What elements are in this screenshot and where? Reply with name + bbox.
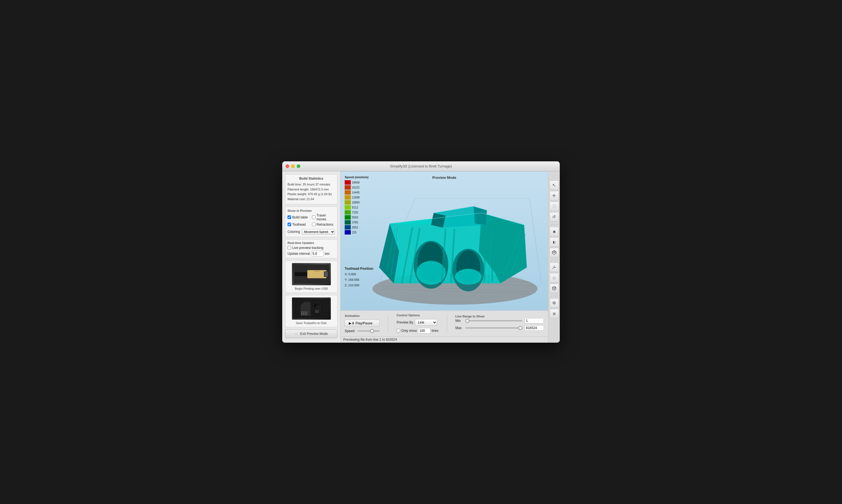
min-label: Min (456, 319, 463, 323)
svg-rect-18 (315, 310, 316, 313)
live-preview-checkbox[interactable] (288, 246, 291, 250)
view-front-button[interactable]: ◧ (549, 237, 559, 247)
show-in-preview-label: Show in Preview (288, 209, 335, 212)
travel-moves-checkbox[interactable] (312, 215, 315, 219)
legend-2002: 2002 (345, 225, 368, 230)
legend-5558: 5558 (345, 215, 368, 220)
maximize-button[interactable] (297, 164, 300, 168)
stat-material-cost: Material cost: 21.64 (288, 197, 335, 202)
build-statistics-title: Build Statistics (288, 177, 335, 180)
build-table-checkbox[interactable] (288, 215, 291, 219)
view-top-icon: ▣ (553, 230, 555, 233)
usb-label: Begin Printing over USB (295, 287, 328, 290)
svg-line-60 (552, 252, 554, 253)
controls-divider-2 (447, 315, 447, 332)
legend-color-14445 (345, 190, 351, 195)
scale-icon: ⬜ (552, 204, 556, 208)
legend-label-10890: 10890 (352, 201, 362, 204)
legend-color-16222 (345, 185, 351, 190)
legend-color-3780 (345, 220, 351, 224)
toolhead-y: Y: 159.586 (345, 277, 373, 283)
legend-color-9112 (345, 205, 351, 210)
legend-16222: 16222 (345, 185, 368, 190)
min-value-input[interactable] (525, 318, 544, 324)
live-preview-row[interactable]: Live preview tracking (288, 246, 335, 250)
legend-10890: 10890 (345, 200, 368, 205)
only-show-row: Only show lines (397, 328, 439, 334)
left-panel: Build Statistics Build time: 25 hours 37… (282, 171, 341, 343)
travel-moves-checkbox-row[interactable]: Travel moves (312, 214, 335, 221)
right-toolbar: ···· ↖ ✛ ⬜ ↺ ▣ ◧ (548, 171, 560, 343)
retractions-checkbox-row[interactable]: Retractions (312, 222, 335, 227)
svg-rect-12 (303, 311, 304, 315)
only-show-input[interactable] (418, 328, 430, 334)
legend-color-5558 (345, 215, 351, 219)
axes-button[interactable] (549, 263, 559, 272)
view-3d-button[interactable]: ⬡ (549, 273, 559, 283)
select-tool-button[interactable]: ↖ (549, 180, 559, 190)
play-pause-label: ▶⏸ Play/Pause (349, 321, 373, 325)
titlebar: Simplify3D (Licensed to Brett Turnage) (282, 161, 560, 171)
toolhead-checkbox[interactable] (288, 222, 291, 226)
update-interval-unit: sec (325, 252, 330, 256)
close-button[interactable] (286, 164, 289, 168)
scale-tool-button[interactable]: ⬜ (549, 201, 559, 211)
usb-image (292, 263, 331, 285)
center-area: Speed (mm/min) 18000 16222 14445 (341, 171, 548, 343)
usb-action-card[interactable]: Begin Printing over USB (285, 260, 338, 293)
cube-button[interactable] (549, 284, 559, 293)
toolhead-checkbox-row[interactable]: Toolhead (288, 222, 311, 227)
only-show-suffix: lines (432, 329, 439, 333)
rotate-tool-button[interactable]: ↺ (549, 212, 559, 221)
legend-12668: 12668 (345, 195, 368, 200)
svg-rect-6 (314, 271, 320, 272)
build-table-checkbox-row[interactable]: Build table (288, 214, 311, 221)
legend-color-12668 (345, 195, 351, 200)
toolbar-grip-bottom: ···· (552, 319, 555, 326)
max-slider[interactable] (465, 327, 522, 328)
svg-rect-20 (318, 310, 319, 313)
svg-rect-7 (293, 299, 329, 318)
coloring-select[interactable]: Movement Speed Feature Type Temperature … (302, 229, 335, 235)
travel-moves-label: Travel moves (317, 214, 335, 221)
animation-title: Animation (345, 314, 380, 318)
sd-action-card[interactable]: Save Toolpaths to Disk (285, 295, 338, 327)
legend-7335: 7335 (345, 210, 368, 215)
axes-icon (552, 265, 557, 270)
svg-rect-14 (306, 311, 307, 315)
layers-button[interactable]: ▤ (549, 309, 559, 318)
svg-rect-5 (324, 272, 328, 276)
retractions-checkbox[interactable] (312, 222, 315, 226)
minimize-button[interactable] (291, 164, 295, 168)
max-value-input[interactable] (525, 325, 544, 331)
stat-filament-length: Filament length: 156472.3 mm (288, 187, 335, 192)
view-isometric-button[interactable] (549, 248, 559, 257)
speed-slider-row: Speed: (345, 329, 380, 333)
sd-svg (293, 299, 329, 318)
sd-label: Save Toolpaths to Disk (296, 321, 327, 325)
min-slider[interactable] (465, 320, 522, 321)
exit-preview-button[interactable]: ← Exit Preview Mode (285, 329, 338, 338)
cursor-icon: ↖ (552, 183, 556, 188)
play-pause-button[interactable]: ▶⏸ Play/Pause (345, 320, 380, 327)
toolbar-divider-3 (550, 296, 558, 296)
only-show-checkbox[interactable] (397, 329, 400, 332)
rotate-icon: ↺ (552, 214, 556, 219)
viewport[interactable]: Speed (mm/min) 18000 16222 14445 (341, 171, 548, 310)
line-range-group: Line Range to Show Min Max (456, 314, 544, 332)
view-top-button[interactable]: ▣ (549, 227, 559, 236)
bottom-controls: Animation ▶⏸ Play/Pause Speed: Control O… (341, 310, 548, 336)
gear-icon: ⚙ (552, 301, 556, 306)
legend-color-18000 (345, 180, 351, 185)
svg-line-61 (554, 252, 556, 253)
toolhead-x: X: 0.000 (345, 272, 373, 277)
update-interval-row: Update interval sec (288, 251, 335, 256)
speed-slider[interactable] (358, 330, 380, 331)
move-tool-button[interactable]: ✛ (549, 191, 559, 200)
update-interval-input[interactable] (311, 251, 324, 256)
preview-by-select[interactable]: Line Layer Feature (415, 319, 437, 326)
settings-button[interactable]: ⚙ (549, 298, 559, 308)
realtime-updates-section: Real-time Updates Live preview tracking … (285, 239, 338, 258)
build-statistics-section: Build Statistics Build time: 25 hours 37… (285, 174, 338, 204)
max-range-row: Max (456, 325, 544, 331)
